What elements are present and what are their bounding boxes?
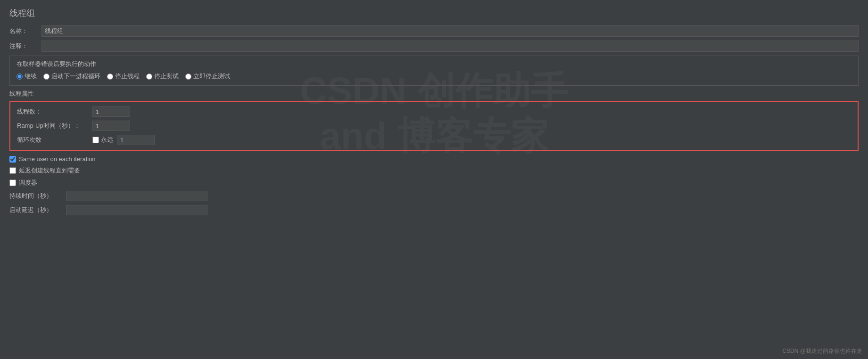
radio-stop-now[interactable]: 立即停止测试 <box>185 72 230 81</box>
radio-continue[interactable]: 继续 <box>17 72 37 81</box>
delay-create-label[interactable]: 延迟创建线程直到需要 <box>19 166 80 175</box>
duration-row: 持续时间（秒） <box>9 191 859 201</box>
duration-input[interactable] <box>66 191 207 201</box>
scheduler-label[interactable]: 调度器 <box>19 179 37 187</box>
radio-start-next-label: 启动下一进程循环 <box>51 72 100 81</box>
name-field-row: 名称： <box>9 25 859 37</box>
radio-stop-thread-input[interactable] <box>107 73 113 80</box>
ramp-up-row: Ramp-Up时间（秒）： <box>17 121 851 131</box>
sampler-error-section: 在取样器错误后要执行的动作 继续 启动下一进程循环 停止线程 停止测试 <box>9 56 859 86</box>
radio-stop-test[interactable]: 停止测试 <box>146 72 179 81</box>
sampler-error-radio-group: 继续 启动下一进程循环 停止线程 停止测试 立即停止测试 <box>17 72 851 81</box>
radio-start-next[interactable]: 启动下一进程循环 <box>43 72 100 81</box>
radio-stop-test-input[interactable] <box>146 73 152 80</box>
thread-count-row: 线程数： <box>17 106 851 117</box>
radio-stop-thread-label: 停止线程 <box>115 72 140 81</box>
name-label: 名称： <box>9 27 38 35</box>
delay-create-checkbox[interactable] <box>9 167 16 174</box>
radio-start-next-input[interactable] <box>43 73 50 80</box>
same-user-row: Same user on each iteration <box>9 155 859 163</box>
startup-delay-label: 启动延迟（秒） <box>9 206 66 214</box>
comment-label: 注释： <box>9 42 38 50</box>
radio-stop-thread[interactable]: 停止线程 <box>107 72 140 81</box>
radio-continue-input[interactable] <box>17 73 23 80</box>
radio-stop-now-input[interactable] <box>185 73 191 80</box>
forever-label[interactable]: 永远 <box>101 136 113 144</box>
same-user-checkbox[interactable] <box>9 156 16 163</box>
thread-properties-label: 线程属性 <box>9 90 859 98</box>
comment-field-row: 注释： <box>9 41 859 52</box>
delay-create-row: 延迟创建线程直到需要 <box>9 166 859 175</box>
forever-checkbox[interactable] <box>92 137 99 143</box>
loop-count-row: 循环次数 永远 <box>17 135 851 145</box>
thread-properties-section: 线程数： Ramp-Up时间（秒）： 循环次数 永远 <box>9 101 859 151</box>
thread-count-label: 线程数： <box>17 107 92 116</box>
ramp-up-input[interactable] <box>92 121 130 131</box>
startup-delay-row: 启动延迟（秒） <box>9 205 859 215</box>
radio-stop-now-label: 立即停止测试 <box>193 72 230 81</box>
scheduler-row: 调度器 <box>9 179 859 187</box>
radio-stop-test-label: 停止测试 <box>154 72 179 81</box>
loop-count-input[interactable] <box>117 135 155 145</box>
ramp-up-label: Ramp-Up时间（秒）： <box>17 122 92 130</box>
name-input[interactable] <box>41 25 859 37</box>
scheduler-checkbox[interactable] <box>9 180 16 186</box>
same-user-label[interactable]: Same user on each iteration <box>19 155 96 163</box>
thread-props-grid: 线程数： Ramp-Up时间（秒）： 循环次数 永远 <box>17 106 851 145</box>
sampler-error-title: 在取样器错误后要执行的动作 <box>17 60 851 68</box>
page-title: 线程组 <box>9 8 859 19</box>
bottom-credit: CSDN @我走过的路你也许在走 <box>782 347 862 355</box>
startup-delay-input[interactable] <box>66 205 207 215</box>
comment-input[interactable] <box>41 41 859 52</box>
radio-continue-label: 继续 <box>25 72 37 81</box>
loop-count-label: 循环次数 <box>17 136 92 144</box>
duration-label: 持续时间（秒） <box>9 192 66 200</box>
forever-checkbox-wrapper: 永远 <box>92 136 113 144</box>
thread-count-input[interactable] <box>92 106 130 117</box>
